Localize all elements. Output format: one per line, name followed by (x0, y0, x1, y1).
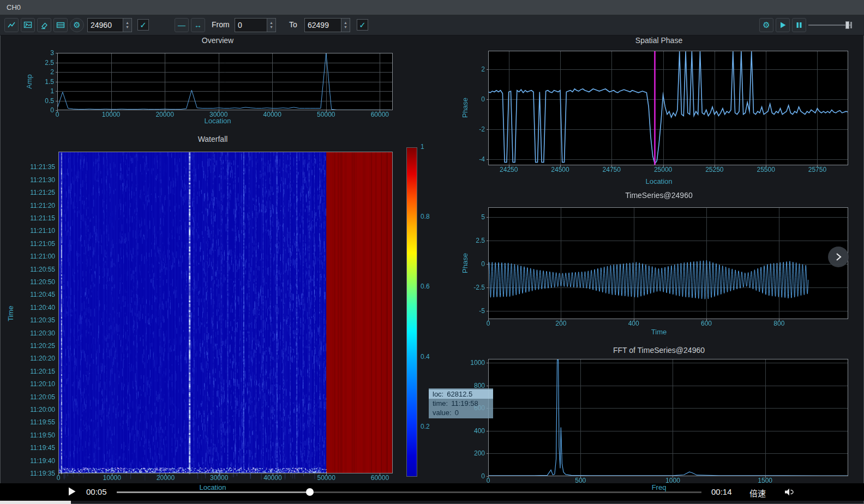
play-button[interactable] (776, 18, 790, 32)
colorbar-label: 0.2 (421, 423, 437, 430)
tooltip-loc-value: 62812.5 (447, 390, 472, 398)
full-range-button[interactable]: ↔ (191, 18, 205, 32)
tooltip-time-row: time: 11:19:58 (429, 399, 493, 408)
waterfall-ylabel: Time (7, 284, 15, 344)
snapshot-tool-button[interactable] (21, 18, 35, 32)
tooltip-loc-row: loc: 62812.5 (429, 389, 493, 399)
spatial-phase-plot[interactable] (464, 46, 854, 179)
chevron-right-icon (835, 253, 842, 261)
overview-xlabel: Location (32, 117, 404, 125)
from-spinner[interactable]: ▲▼ (267, 19, 275, 32)
seek-progress (117, 491, 310, 493)
tooltip-loc-label: loc: (433, 390, 443, 398)
slider-end-tick (850, 22, 852, 28)
tooltip-value-value: 0 (455, 409, 459, 417)
pause-icon (795, 21, 803, 29)
timeseries-ylabel: Phase (461, 237, 469, 290)
from-input-group: ▲▼ (235, 18, 276, 32)
spatial-xlabel: Location (464, 177, 854, 185)
colorbar-label: 0.8 (421, 213, 437, 220)
spinner-down-icon: ▼ (269, 25, 273, 29)
range-checkbox[interactable]: ✓ (357, 19, 368, 31)
to-label: To (289, 20, 297, 29)
location-input[interactable] (88, 19, 123, 32)
waterfall-title: Waterfall (22, 135, 404, 143)
to-spinner[interactable]: ▲▼ (341, 19, 350, 32)
clear-tool-button[interactable] (37, 18, 51, 32)
from-input[interactable] (235, 19, 267, 32)
play-icon (779, 21, 787, 29)
tooltip-value-row: value: 0 (429, 408, 493, 417)
colorbar-label: 0.4 (421, 353, 437, 361)
tooltip-time-label: time: (433, 399, 448, 407)
expand-panel-button[interactable] (828, 247, 849, 267)
window-title: CH0 (7, 3, 21, 11)
line-chart-icon (7, 21, 16, 29)
to-input-group: ▲▼ (304, 18, 350, 32)
slider-handle[interactable] (845, 21, 849, 29)
waterfall-plot[interactable] (22, 147, 404, 482)
eraser-icon (40, 21, 49, 29)
fft-plot[interactable] (464, 355, 854, 489)
line-chart-tool-button[interactable] (4, 18, 19, 32)
range-arrows-icon: ↔ (194, 21, 202, 29)
tooltip-value-label: value: (433, 409, 452, 417)
timeseries-title: TimeSeries@24960 (464, 191, 854, 200)
overview-title: Overview (32, 36, 404, 45)
spinner-up-icon: ▲ (125, 21, 129, 25)
gear-icon: ⚙ (73, 20, 80, 30)
timeseries-xlabel: Time (464, 328, 854, 336)
minus-icon: — (178, 21, 185, 29)
hover-tooltip: loc: 62812.5 time: 11:19:58 value: 0 (429, 388, 493, 418)
panel-layout-icon (56, 21, 65, 29)
overview-plot[interactable] (32, 48, 404, 120)
app-window: CH0 ⚙ ▲▼ ✓ — ↔ From (0, 0, 864, 504)
colorbar (406, 147, 417, 477)
spatial-title: Spatial Phase (464, 36, 854, 45)
spatial-ylabel: Phase (461, 82, 469, 134)
pause-button[interactable] (792, 18, 806, 32)
fft-xlabel: Freq (464, 483, 854, 491)
titlebar: CH0 (0, 0, 864, 15)
spinner-up-icon: ▲ (269, 21, 273, 25)
window-corner-strip (0, 501, 71, 504)
settings-tool-button[interactable]: ⚙ (70, 18, 84, 32)
overview-ylabel: Amp (25, 57, 33, 106)
tooltip-time-value: 11:19:58 (451, 399, 478, 407)
toolbar: ⚙ ▲▼ ✓ — ↔ From ▲▼ To ▲▼ ✓ ⚙ (0, 15, 864, 35)
collapse-range-button[interactable]: — (175, 18, 189, 32)
playback-speed-slider[interactable] (808, 21, 852, 29)
fft-title: FFT of TimeSeries@24960 (464, 346, 854, 355)
to-input[interactable] (305, 19, 341, 32)
location-checkbox[interactable]: ✓ (137, 19, 149, 31)
timeseries-plot[interactable] (464, 203, 854, 332)
colorbar-label: 1 (421, 143, 437, 151)
layout-tool-button[interactable] (53, 18, 68, 32)
playback-settings-button[interactable]: ⚙ (759, 18, 773, 32)
location-input-group: ▲▼ (87, 18, 132, 32)
colorbar-label: 0.6 (421, 283, 437, 290)
gear-icon: ⚙ (763, 20, 770, 30)
checkmark-icon: ✓ (359, 20, 366, 30)
image-icon (23, 21, 32, 29)
checkmark-icon: ✓ (140, 20, 147, 30)
location-spinner[interactable]: ▲▼ (123, 19, 131, 32)
spinner-down-icon: ▼ (125, 25, 129, 29)
spinner-up-icon: ▲ (344, 21, 347, 25)
waterfall-xlabel: Location (22, 483, 404, 491)
spinner-down-icon: ▼ (344, 25, 347, 29)
from-label: From (212, 20, 230, 29)
